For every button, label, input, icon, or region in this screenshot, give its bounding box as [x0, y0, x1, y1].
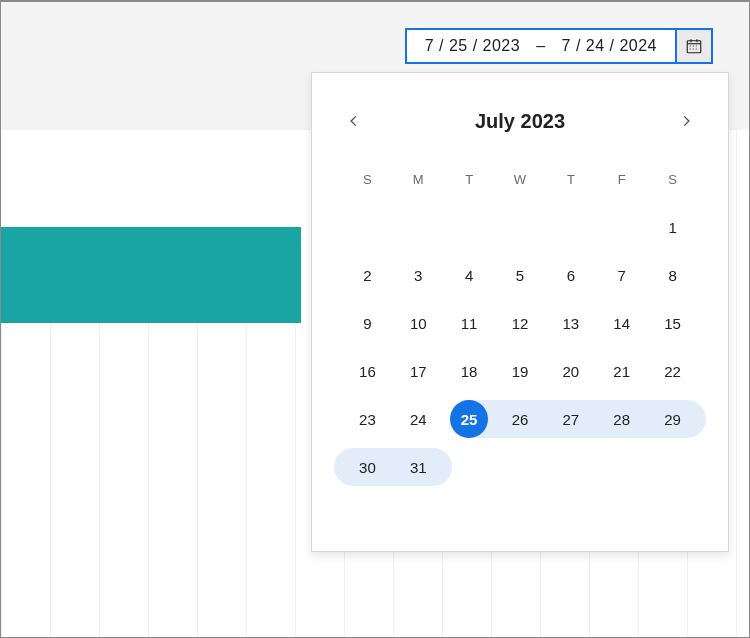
calendar-day[interactable]: 2 — [348, 256, 386, 294]
calendar-day[interactable]: 5 — [501, 256, 539, 294]
dow: W — [514, 172, 526, 187]
chevron-left-icon — [347, 110, 361, 132]
app-frame: 7 / 25 / 2023 – 7 / 24 / 2024 — [0, 0, 750, 638]
calendar-day[interactable]: 26 — [501, 400, 539, 438]
dow: S — [668, 172, 677, 187]
dow: M — [413, 172, 424, 187]
calendar-day — [501, 448, 539, 486]
calendar-day — [603, 448, 641, 486]
calendar-day[interactable]: 13 — [552, 304, 590, 342]
calendar-day[interactable]: 8 — [654, 256, 692, 294]
calendar-week-row: 16 17 18 19 20 21 22 — [342, 347, 698, 395]
calendar-day-range-start[interactable]: 25 — [450, 400, 488, 438]
calendar-week-row: 2 3 4 5 6 7 8 — [342, 251, 698, 299]
svg-rect-0 — [687, 41, 701, 53]
calendar-day[interactable]: 23 — [348, 400, 386, 438]
date-range-text[interactable]: 7 / 25 / 2023 – 7 / 24 / 2024 — [407, 30, 675, 62]
calendar-day — [399, 208, 437, 246]
calendar-day[interactable]: 30 — [348, 448, 386, 486]
calendar-header: July 2023 — [312, 73, 728, 145]
dow: T — [465, 172, 473, 187]
calendar-day[interactable]: 16 — [348, 352, 386, 390]
calendar-dow-row: S M T W T F S — [342, 155, 698, 203]
calendar-day — [552, 208, 590, 246]
content-top-whitespace — [1, 130, 301, 227]
date-range-end[interactable]: 7 / 24 / 2024 — [562, 37, 657, 55]
calendar-day[interactable]: 31 — [399, 448, 437, 486]
calendar-day — [450, 208, 488, 246]
calendar-day[interactable]: 22 — [654, 352, 692, 390]
calendar-day[interactable]: 28 — [603, 400, 641, 438]
calendar-day[interactable]: 12 — [501, 304, 539, 342]
calendar-day[interactable]: 27 — [552, 400, 590, 438]
next-month-button[interactable] — [672, 107, 700, 135]
calendar-day[interactable]: 29 — [654, 400, 692, 438]
calendar-day — [552, 448, 590, 486]
calendar-day[interactable]: 15 — [654, 304, 692, 342]
dow: T — [567, 172, 575, 187]
date-range-field[interactable]: 7 / 25 / 2023 – 7 / 24 / 2024 — [405, 28, 713, 64]
calendar-day — [348, 208, 386, 246]
date-range-dash: – — [536, 37, 545, 55]
prev-month-button[interactable] — [340, 107, 368, 135]
calendar-week-row: 30 31 — [342, 443, 698, 491]
calendar-grid: S M T W T F S 1 2 3 4 — [312, 145, 728, 501]
calendar-day[interactable]: 21 — [603, 352, 641, 390]
calendar-button[interactable] — [675, 30, 711, 62]
calendar-day[interactable]: 11 — [450, 304, 488, 342]
calendar-day[interactable]: 7 — [603, 256, 641, 294]
calendar-day[interactable]: 9 — [348, 304, 386, 342]
dow: F — [618, 172, 626, 187]
calendar-day[interactable]: 14 — [603, 304, 641, 342]
calendar-day[interactable]: 17 — [399, 352, 437, 390]
calendar-day[interactable]: 10 — [399, 304, 437, 342]
calendar-day[interactable]: 6 — [552, 256, 590, 294]
date-range-start[interactable]: 7 / 25 / 2023 — [425, 37, 520, 55]
calendar-week-row: 23 24 25 26 27 28 29 — [342, 395, 698, 443]
calendar-popover: July 2023 S M T W T F S — [311, 72, 729, 552]
calendar-month-title: July 2023 — [475, 110, 565, 133]
calendar-day[interactable]: 4 — [450, 256, 488, 294]
dow: S — [363, 172, 372, 187]
chevron-right-icon — [679, 110, 693, 132]
calendar-day — [501, 208, 539, 246]
calendar-day[interactable]: 20 — [552, 352, 590, 390]
calendar-day — [450, 448, 488, 486]
calendar-day — [603, 208, 641, 246]
calendar-week-row: 1 — [342, 203, 698, 251]
calendar-day[interactable]: 1 — [654, 208, 692, 246]
calendar-day[interactable]: 24 — [399, 400, 437, 438]
timeline-bar[interactable] — [1, 227, 301, 323]
calendar-day[interactable]: 18 — [450, 352, 488, 390]
calendar-day[interactable]: 3 — [399, 256, 437, 294]
calendar-week-row: 9 10 11 12 13 14 15 — [342, 299, 698, 347]
calendar-day — [654, 448, 692, 486]
calendar-icon — [685, 37, 703, 55]
calendar-day[interactable]: 19 — [501, 352, 539, 390]
